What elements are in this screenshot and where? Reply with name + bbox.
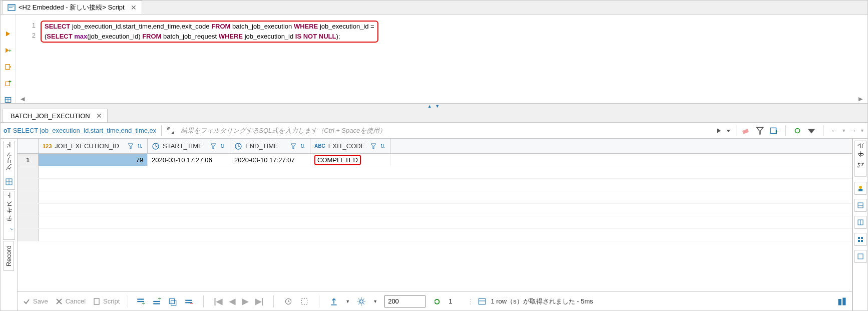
status-bar: ⋮ 1 row（s）が取得されました - 5ms xyxy=(467,297,593,306)
right-tool-4[interactable] xyxy=(854,233,866,246)
results-tab[interactable]: BATCH_JOB_EXECUTION ✕ xyxy=(2,109,108,122)
svg-rect-62 xyxy=(858,240,860,242)
gear-dropdown-icon[interactable]: ▼ xyxy=(373,299,377,304)
svg-rect-61 xyxy=(861,237,863,239)
first-page-icon[interactable]: |◀ xyxy=(214,296,222,306)
grid-icon xyxy=(6,178,13,185)
svg-rect-52 xyxy=(838,299,841,305)
sql-highlight-box: SELECT job_execution_id,start_time,end_t… xyxy=(41,21,378,43)
cell-job-execution-id[interactable]: 79 xyxy=(39,154,148,166)
text-icon: oT xyxy=(6,228,13,235)
right-tool-5[interactable] xyxy=(854,250,866,263)
editor-tab[interactable]: <H2 Embedded - 新しい接続> Script ✕ xyxy=(2,1,142,14)
right-tool-2[interactable] xyxy=(854,199,866,212)
add-row-after-icon[interactable]: + xyxy=(152,297,161,306)
filter-icon[interactable] xyxy=(127,143,134,150)
svg-rect-40 xyxy=(170,298,175,303)
script-icon xyxy=(93,297,101,305)
play-icon[interactable] xyxy=(715,127,723,135)
duplicate-row-icon[interactable] xyxy=(168,297,177,306)
auto-refresh-icon[interactable] xyxy=(284,297,293,306)
explain-plus-icon[interactable]: + xyxy=(4,80,13,87)
scroll-left-icon[interactable]: ◀ xyxy=(21,96,25,102)
sql-preview[interactable]: oT SELECT job_execution_id,start_time,en… xyxy=(4,127,156,134)
column-header-end-time[interactable]: END_TIME xyxy=(230,139,310,153)
dropdown-icon[interactable] xyxy=(807,126,816,135)
back-icon[interactable]: ← xyxy=(830,126,838,135)
dropdown-icon[interactable] xyxy=(726,128,731,133)
refresh-count: 1 xyxy=(449,297,452,305)
cell-exit-code[interactable]: COMPLETED xyxy=(310,154,390,166)
back-dropdown-icon[interactable]: ▼ xyxy=(841,128,846,133)
results-tab-title: BATCH_JOB_EXECUTION xyxy=(11,112,90,120)
table-row[interactable]: 1 79 2020-03-10 17:27:06 2020-03-10 17:2… xyxy=(18,154,852,166)
right-tab-panels[interactable]: パ(ネ)ル xyxy=(854,141,866,177)
svg-rect-53 xyxy=(842,297,845,305)
close-icon[interactable]: ✕ xyxy=(131,4,137,12)
table-row xyxy=(18,204,852,216)
page-size-input[interactable] xyxy=(384,295,425,307)
table-row xyxy=(18,179,852,191)
svg-marker-17 xyxy=(726,130,730,132)
sql-code-area[interactable]: SELECT job_execution_id,start_time,end_t… xyxy=(41,15,867,94)
right-tool-3[interactable] xyxy=(854,216,866,229)
results-grid-icon[interactable] xyxy=(4,97,13,103)
row-number[interactable]: 1 xyxy=(18,154,39,166)
save-button[interactable]: Save xyxy=(23,297,48,305)
filter-icon[interactable] xyxy=(370,143,377,150)
sort-icon[interactable] xyxy=(379,143,386,150)
last-page-icon[interactable]: ▶| xyxy=(255,296,263,306)
execute-plus-icon[interactable]: + xyxy=(4,47,13,54)
svg-rect-50 xyxy=(479,298,486,304)
export-plus-icon[interactable]: + xyxy=(769,126,778,135)
view-tab-text[interactable]: oT テキスト xyxy=(3,191,15,240)
link-icon[interactable] xyxy=(793,126,802,135)
eraser-icon[interactable] xyxy=(741,126,750,135)
export-icon[interactable] xyxy=(329,297,338,306)
forward-dropdown-icon[interactable]: ▼ xyxy=(860,128,864,133)
gear-icon[interactable] xyxy=(357,297,366,306)
column-header-exit-code[interactable]: ABC EXIT_CODE xyxy=(310,139,390,153)
filter-icon[interactable] xyxy=(210,143,217,150)
expand-icon[interactable] xyxy=(167,127,175,135)
view-tab-record[interactable]: Record xyxy=(4,241,14,271)
view-tab-grid[interactable]: グリッド xyxy=(3,141,15,190)
right-tool-1[interactable] xyxy=(854,182,866,195)
cell-end-time[interactable]: 2020-03-10 17:27:07 xyxy=(230,154,310,166)
close-icon[interactable]: ✕ xyxy=(96,112,102,120)
editor-h-scrollbar[interactable]: ◀ ▶ xyxy=(16,94,867,103)
sort-icon[interactable] xyxy=(299,143,306,150)
cell-start-time[interactable]: 2020-03-10 17:27:06 xyxy=(148,154,230,166)
sort-icon[interactable] xyxy=(219,143,226,150)
refresh-icon[interactable] xyxy=(432,297,442,306)
add-row-before-icon[interactable]: + xyxy=(136,297,145,306)
forward-icon[interactable]: → xyxy=(849,126,857,135)
filter-icon[interactable] xyxy=(290,143,297,150)
svg-rect-33 xyxy=(94,298,99,304)
export-dropdown-icon[interactable]: ▼ xyxy=(345,299,350,304)
delete-row-icon[interactable]: − xyxy=(184,297,193,306)
filter-input[interactable]: 結果をフィルタリングするSQL式を入力します（Ctrl + Spaceを使用） xyxy=(178,126,712,135)
script-button[interactable]: Script xyxy=(93,297,120,305)
svg-rect-64 xyxy=(858,254,863,259)
grid-corner[interactable] xyxy=(18,139,39,153)
next-page-icon[interactable]: ▶ xyxy=(242,296,248,306)
cancel-button[interactable]: Cancel xyxy=(55,297,86,305)
clock-icon xyxy=(234,142,242,150)
execute-script-icon[interactable] xyxy=(4,64,13,70)
select-icon[interactable] xyxy=(300,297,309,306)
prev-page-icon[interactable]: ◀ xyxy=(229,296,235,306)
svg-text:+: + xyxy=(8,48,11,54)
column-header-job-execution-id[interactable]: 123 JOB_EXECUTION_ID xyxy=(39,139,148,153)
layout-toggle-icon[interactable] xyxy=(837,296,847,306)
x-icon xyxy=(55,297,63,305)
line-gutter: 1 2 xyxy=(16,15,41,94)
filter-icon[interactable] xyxy=(755,126,764,135)
sql-type-badge: oT xyxy=(4,127,11,134)
results-bottom-bar: Save Cancel Script + + − |◀ ◀ xyxy=(18,291,852,310)
column-header-start-time[interactable]: START_TIME xyxy=(148,139,230,153)
execute-icon[interactable] xyxy=(4,31,13,37)
scroll-right-icon[interactable]: ▶ xyxy=(858,96,862,102)
sort-icon[interactable] xyxy=(136,143,143,150)
pane-splitter[interactable]: ▲ ▼ xyxy=(1,104,867,109)
